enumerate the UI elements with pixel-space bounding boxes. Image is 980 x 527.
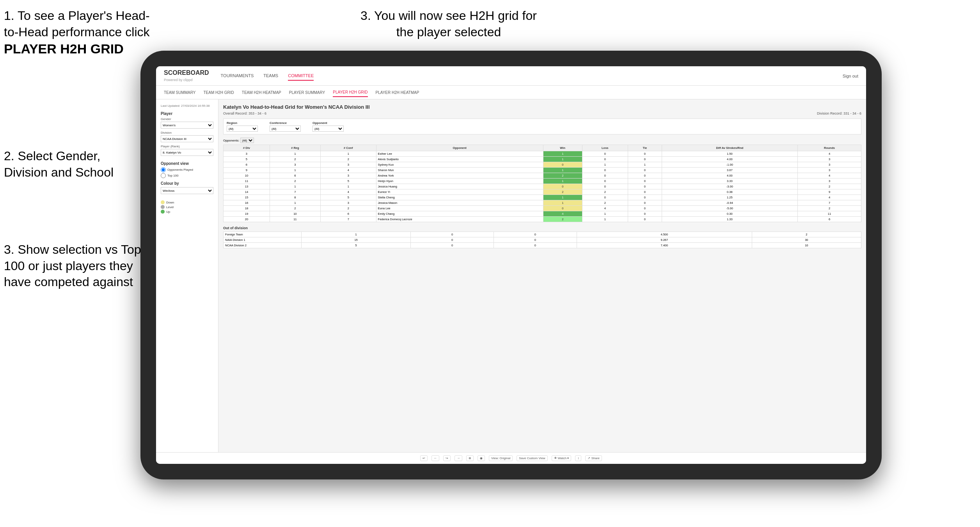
filter-opponent-select[interactable]: (All) (312, 126, 344, 132)
sidebar-player-rank-label: Player (Rank) (161, 145, 213, 148)
logo: SCOREBOARD Powered by clippd (164, 70, 209, 82)
table-row: 19 (224, 211, 270, 217)
filter-group-region: Region (All) (227, 121, 258, 132)
grid-area: Katelyn Vo Head-to-Head Grid for Women's… (218, 99, 866, 452)
th-div: # Div (224, 145, 270, 151)
legend-row-level: Level (161, 205, 213, 209)
legend-dot-down (161, 200, 165, 204)
filter-region-select[interactable]: (All) (227, 126, 258, 132)
toolbar-expand[interactable]: ↕ (575, 455, 581, 461)
th-tie: Tie (628, 145, 662, 151)
toolbar-forward[interactable]: → (454, 455, 462, 461)
toolbar-back[interactable]: ← (431, 455, 439, 461)
nav-item-committee[interactable]: COMMITTEE (288, 71, 314, 81)
record-row: Overall Record: 353 - 34 - 6 Division Re… (223, 111, 861, 115)
toolbar-save-view[interactable]: Save Custom View (517, 455, 547, 461)
sub-nav-team-heatmap[interactable]: TEAM H2H HEATMAP (242, 88, 281, 97)
toolbar-share[interactable]: ↗ Share (585, 455, 602, 461)
toolbar-record[interactable]: ◉ (478, 455, 485, 461)
sidebar-colour-title: Colour by (161, 181, 213, 186)
main-content: Last Updated: 27/03/2024 16:55:38 Player… (156, 99, 866, 452)
sign-out-link[interactable]: Sign out (843, 74, 858, 78)
opponents-label: Opponents: (All) (223, 138, 861, 143)
tablet-screen: SCOREBOARD Powered by clippd TOURNAMENTS… (156, 66, 866, 464)
legend-dot-up (161, 210, 165, 214)
toolbar-watch[interactable]: 👁 Watch ▾ (552, 455, 572, 461)
sidebar-legend: Down Level Up (161, 200, 213, 214)
sidebar-radio-opponents[interactable]: Opponents Played (161, 167, 213, 172)
sidebar-division-select[interactable]: NCAA Division III (161, 135, 213, 142)
sidebar-division-label: Division (161, 131, 213, 134)
th-win: Win (543, 145, 582, 151)
table-row: 5 (224, 157, 270, 162)
instruction-top-right: 3. You will now see H2H grid for the pla… (351, 8, 546, 40)
table-row: 3 (224, 151, 270, 157)
table-row: 9 (224, 168, 270, 173)
sidebar-player-rank-select[interactable]: 8. Katelyn Vo (161, 149, 213, 156)
sidebar-radio-top100[interactable]: Top 100 (161, 173, 213, 178)
legend-row-down: Down (161, 200, 213, 204)
tablet-frame: SCOREBOARD Powered by clippd TOURNAMENTS… (140, 51, 882, 479)
bottom-toolbar: ↩ ← ↪ → ⊕ ◉ View: Original Save Custom V… (156, 452, 866, 464)
th-conf: # Conf (320, 145, 376, 151)
sub-nav-player-h2h[interactable]: PLAYER H2H GRID (333, 88, 368, 97)
toolbar-redo[interactable]: ↪ (443, 455, 451, 461)
table-row: 15 (224, 195, 270, 200)
th-reg: # Reg (270, 145, 320, 151)
th-rounds: Rounds (797, 145, 861, 151)
filter-group-conference: Conference (All) (270, 121, 301, 132)
opponents-select[interactable]: (All) (240, 138, 254, 143)
toolbar-view-original[interactable]: View: Original (489, 455, 513, 461)
sidebar-gender-label: Gender (161, 117, 213, 121)
sub-nav-player-summary[interactable]: PLAYER SUMMARY (289, 88, 325, 97)
nav-items: TOURNAMENTS TEAMS COMMITTEE (221, 71, 831, 81)
table-row: 18 (224, 206, 270, 211)
table-row: 6 (224, 162, 270, 168)
sidebar-gender-select[interactable]: Women's (161, 122, 213, 129)
out-of-division-header: Out of division (223, 226, 861, 230)
table-row: 20 (224, 217, 270, 222)
toolbar-undo[interactable]: ↩ (420, 455, 428, 461)
table-row: 11 (224, 179, 270, 184)
instruction-mid-left: 2. Select Gender, Division and School (4, 148, 140, 180)
sidebar: Last Updated: 27/03/2024 16:55:38 Player… (156, 99, 218, 452)
sub-nav: TEAM SUMMARY TEAM H2H GRID TEAM H2H HEAT… (156, 86, 866, 99)
nav-right: Sign out (843, 74, 858, 78)
sub-nav-team-summary[interactable]: TEAM SUMMARY (164, 88, 196, 97)
th-loss: Loss (582, 145, 628, 151)
grid-title: Katelyn Vo Head-to-Head Grid for Women's… (223, 104, 861, 110)
filter-section: Region (All) Conference (All) Opponent (223, 118, 861, 134)
legend-dot-level (161, 205, 165, 209)
table-row: 10 (224, 173, 270, 179)
table-row: 13 (224, 184, 270, 189)
instruction-top-left: 1. To see a Player's Head-to-Head perfor… (4, 8, 152, 58)
sidebar-timestamp: Last Updated: 27/03/2024 16:55:38 (161, 104, 213, 108)
sidebar-opponent-title: Opponent view (161, 161, 213, 166)
sub-nav-team-h2h[interactable]: TEAM H2H GRID (204, 88, 234, 97)
nav-bar: SCOREBOARD Powered by clippd TOURNAMENTS… (156, 66, 866, 86)
sidebar-player-title: Player (161, 111, 213, 116)
nav-item-tournaments[interactable]: TOURNAMENTS (221, 71, 254, 81)
filter-conference-select[interactable]: (All) (270, 126, 301, 132)
legend-row-up: Up (161, 210, 213, 214)
filter-group-opponent: Opponent (All) (312, 121, 344, 132)
nav-item-teams[interactable]: TEAMS (263, 71, 278, 81)
table-row: 16 (224, 200, 270, 206)
th-opponent: Opponent (376, 145, 543, 151)
instruction-bot-left: 3. Show selection vs Top 100 or just pla… (4, 242, 148, 290)
toolbar-add[interactable]: ⊕ (466, 455, 474, 461)
out-of-division-table: Foreign Team 1 0 0 4.500 2 NAIA Division… (223, 232, 861, 248)
sidebar-colour-select[interactable]: Win/loss (161, 187, 213, 194)
sub-nav-player-heatmap[interactable]: PLAYER H2H HEATMAP (376, 88, 419, 97)
main-data-table: # Div # Reg # Conf Opponent Win Loss Tie… (223, 145, 861, 222)
table-row: 14 (224, 189, 270, 195)
th-diff: Diff Av Strokes/Rnd (662, 145, 797, 151)
